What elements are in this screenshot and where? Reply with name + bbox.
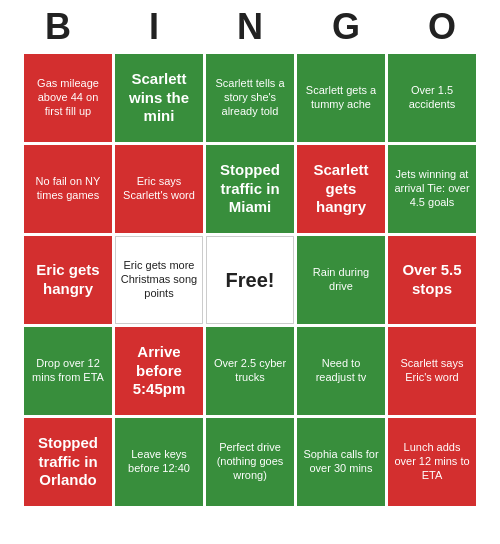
bingo-letter: I xyxy=(110,6,198,48)
cell-r4-c3: Sophia calls for over 30 mins xyxy=(297,418,385,506)
cell-r2-c3: Rain during drive xyxy=(297,236,385,324)
bingo-header: BINGO xyxy=(10,0,490,52)
cell-r2-c2: Free! xyxy=(206,236,294,324)
cell-r3-c2: Over 2.5 cyber trucks xyxy=(206,327,294,415)
bingo-grid: Gas mileage above 44 on first fill upSca… xyxy=(22,52,478,508)
bingo-letter: G xyxy=(302,6,390,48)
cell-r0-c1: Scarlett wins the mini xyxy=(115,54,203,142)
cell-r0-c2: Scarlett tells a story she's already tol… xyxy=(206,54,294,142)
cell-r4-c2: Perfect drive (nothing goes wrong) xyxy=(206,418,294,506)
cell-r4-c0: Stopped traffic in Orlando xyxy=(24,418,112,506)
cell-r3-c4: Scarlett says Eric's word xyxy=(388,327,476,415)
cell-r2-c4: Over 5.5 stops xyxy=(388,236,476,324)
cell-r0-c4: Over 1.5 accidents xyxy=(388,54,476,142)
cell-r1-c0: No fail on NY times games xyxy=(24,145,112,233)
cell-r3-c3: Need to readjust tv xyxy=(297,327,385,415)
bingo-letter: N xyxy=(206,6,294,48)
cell-r4-c1: Leave keys before 12:40 xyxy=(115,418,203,506)
bingo-letter: B xyxy=(14,6,102,48)
cell-r1-c4: Jets winning at arrival Tie: over 4.5 go… xyxy=(388,145,476,233)
cell-r1-c2: Stopped traffic in Miami xyxy=(206,145,294,233)
cell-r2-c1: Eric gets more Christmas song points xyxy=(115,236,203,324)
bingo-letter: O xyxy=(398,6,486,48)
cell-r1-c3: Scarlett gets hangry xyxy=(297,145,385,233)
cell-r0-c0: Gas mileage above 44 on first fill up xyxy=(24,54,112,142)
cell-r1-c1: Eric says Scarlett's word xyxy=(115,145,203,233)
cell-r3-c0: Drop over 12 mins from ETA xyxy=(24,327,112,415)
cell-r3-c1: Arrive before 5:45pm xyxy=(115,327,203,415)
cell-r2-c0: Eric gets hangry xyxy=(24,236,112,324)
cell-r4-c4: Lunch adds over 12 mins to ETA xyxy=(388,418,476,506)
cell-r0-c3: Scarlett gets a tummy ache xyxy=(297,54,385,142)
